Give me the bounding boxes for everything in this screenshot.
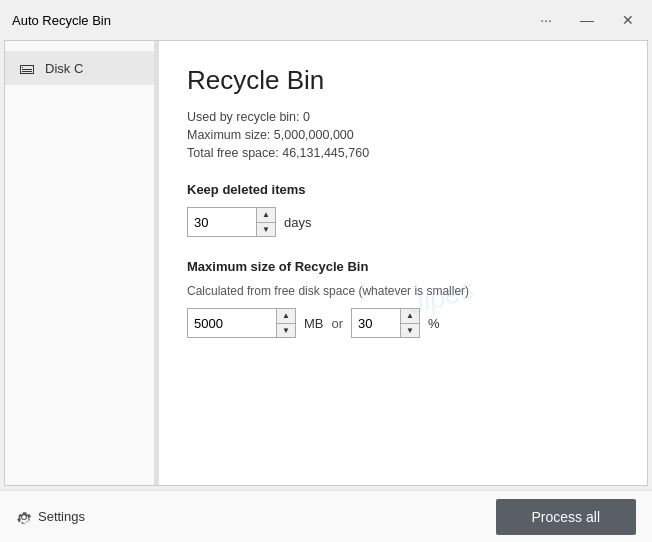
gear-icon <box>16 509 32 525</box>
info-line-used: Used by recycle bin: 0 <box>187 110 619 124</box>
footer: Settings Process all <box>0 490 652 542</box>
sidebar-item-label: Disk C <box>45 61 83 76</box>
process-all-button[interactable]: Process all <box>496 499 636 535</box>
keep-deleted-up-button[interactable]: ▲ <box>257 208 275 222</box>
settings-button[interactable]: Settings <box>16 509 85 525</box>
mb-down-button[interactable]: ▼ <box>277 323 295 337</box>
keep-deleted-spinner[interactable]: ▲ ▼ <box>187 207 276 237</box>
settings-label: Settings <box>38 509 85 524</box>
mb-spinner[interactable]: ▲ ▼ <box>187 308 296 338</box>
percent-spinner-buttons: ▲ ▼ <box>400 309 419 337</box>
minimize-button[interactable]: — <box>574 10 600 30</box>
info-line-free: Total free space: 46,131,445,760 <box>187 146 619 160</box>
title-bar: Auto Recycle Bin ··· — ✕ <box>0 0 652 40</box>
more-button[interactable]: ··· <box>534 10 558 30</box>
app-body-container: 🖴 Disk C Recycle Bin Used by recycle bin… <box>0 40 652 542</box>
page-title: Recycle Bin <box>187 65 619 96</box>
sidebar-item-disk-c[interactable]: 🖴 Disk C <box>5 51 154 85</box>
mb-unit: MB <box>304 316 324 331</box>
mb-spinner-buttons: ▲ ▼ <box>276 309 295 337</box>
app-body: 🖴 Disk C Recycle Bin Used by recycle bin… <box>4 40 648 486</box>
window-controls: ··· — ✕ <box>534 10 640 30</box>
main-panel: Recycle Bin Used by recycle bin: 0 Maxim… <box>159 41 647 485</box>
keep-deleted-label: Keep deleted items <box>187 182 619 197</box>
keep-deleted-unit: days <box>284 215 311 230</box>
sidebar: 🖴 Disk C <box>5 41 155 485</box>
mb-up-button[interactable]: ▲ <box>277 309 295 323</box>
keep-deleted-spinner-group: ▲ ▼ days <box>187 207 619 237</box>
percent-spinner[interactable]: ▲ ▼ <box>351 308 420 338</box>
mb-input[interactable] <box>188 309 276 337</box>
keep-deleted-down-button[interactable]: ▼ <box>257 222 275 236</box>
max-size-section: Maximum size of Recycle Bin Calculated f… <box>187 259 619 338</box>
max-size-spinner-group: ▲ ▼ MB or ▲ ▼ % <box>187 308 619 338</box>
max-size-desc: Calculated from free disk space (whateve… <box>187 284 619 298</box>
percent-up-button[interactable]: ▲ <box>401 309 419 323</box>
percent-down-button[interactable]: ▼ <box>401 323 419 337</box>
keep-deleted-section: Keep deleted items ▲ ▼ days <box>187 182 619 237</box>
percent-unit: % <box>428 316 440 331</box>
app-title: Auto Recycle Bin <box>12 13 111 28</box>
info-line-max: Maximum size: 5,000,000,000 <box>187 128 619 142</box>
percent-input[interactable] <box>352 309 400 337</box>
or-label: or <box>331 316 343 331</box>
keep-deleted-input[interactable] <box>188 208 256 236</box>
disk-icon: 🖴 <box>19 59 35 77</box>
keep-deleted-spinner-buttons: ▲ ▼ <box>256 208 275 236</box>
close-button[interactable]: ✕ <box>616 10 640 30</box>
max-size-label: Maximum size of Recycle Bin <box>187 259 619 274</box>
